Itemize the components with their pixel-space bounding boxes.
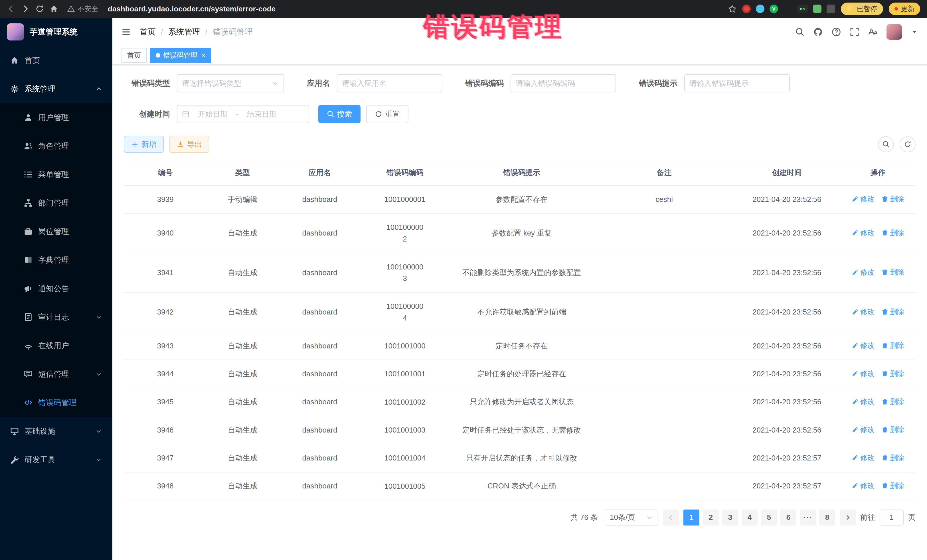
edit-link[interactable]: 修改 xyxy=(852,307,874,317)
delete-link[interactable]: 删除 xyxy=(881,453,904,463)
page-button-4[interactable]: 4 xyxy=(742,510,758,525)
browser-back-icon[interactable] xyxy=(7,5,15,13)
sidebar-item-audit-log[interactable]: 审计日志 xyxy=(0,303,112,331)
github-icon[interactable] xyxy=(813,27,823,36)
delete-link[interactable]: 删除 xyxy=(881,307,904,317)
sidebar-item-system[interactable]: 系统管理 xyxy=(0,75,112,103)
sidebar-item-notice[interactable]: 通知公告 xyxy=(0,274,112,303)
breadcrumb-item-system[interactable]: 系统管理 xyxy=(168,27,200,37)
toggle-search-button[interactable] xyxy=(878,136,894,152)
edit-icon xyxy=(852,308,859,316)
page-size-select[interactable]: 10条/页 xyxy=(605,510,658,525)
error-code-field[interactable] xyxy=(511,74,616,93)
export-button[interactable]: 导出 xyxy=(169,136,209,153)
fullscreen-icon[interactable] xyxy=(850,27,859,36)
address-bar[interactable]: 不安全 dashboard.yudao.iocoder.cn/system/er… xyxy=(64,4,722,14)
next-page-button[interactable] xyxy=(840,510,856,525)
delete-link[interactable]: 删除 xyxy=(881,194,904,203)
cell-type: 自动生成 xyxy=(207,388,278,416)
sidebar-item-dept[interactable]: 部门管理 xyxy=(0,189,112,217)
close-icon[interactable]: × xyxy=(201,52,205,59)
sidebar-item-infra[interactable]: 基础设施 xyxy=(0,417,112,445)
delete-link[interactable]: 删除 xyxy=(881,397,904,406)
extension-icon-record[interactable] xyxy=(742,5,751,13)
sidebar-item-user[interactable]: 用户管理 xyxy=(0,103,112,132)
sidebar-toggle-icon[interactable] xyxy=(122,27,131,36)
security-label: 不安全 xyxy=(78,4,98,14)
error-type-input[interactable] xyxy=(182,79,268,88)
sidebar-item-menu[interactable]: 菜单管理 xyxy=(0,160,112,189)
sidebar-item-dev-tools[interactable]: 研发工具 xyxy=(0,445,112,474)
breadcrumb-item-home[interactable]: 首页 xyxy=(140,27,156,37)
tab-error-code[interactable]: 错误码管理 × xyxy=(150,48,211,63)
app-logo[interactable]: 芋道管理系统 xyxy=(0,18,112,46)
extension-icon-switch[interactable]: on xyxy=(797,5,808,13)
extension-icon-drop[interactable] xyxy=(756,5,764,13)
error-type-select[interactable] xyxy=(177,74,284,93)
trash-icon xyxy=(881,269,888,276)
extension-icon-leaf[interactable] xyxy=(813,5,821,13)
user-avatar[interactable] xyxy=(886,24,902,39)
page-button-8[interactable]: 8 xyxy=(819,510,835,525)
pages-ellipsis[interactable]: ··· xyxy=(800,510,816,525)
delete-link[interactable]: 删除 xyxy=(881,481,904,490)
header-search-icon[interactable] xyxy=(795,27,804,36)
start-date-input[interactable] xyxy=(193,110,233,118)
sidebar-item-sms[interactable]: 短信管理 xyxy=(0,360,112,389)
delete-link[interactable]: 删除 xyxy=(881,267,904,277)
extension-icon-v[interactable]: V xyxy=(769,5,778,13)
page-button-2[interactable]: 2 xyxy=(703,510,719,525)
page-button-5[interactable]: 5 xyxy=(761,510,777,525)
edit-link[interactable]: 修改 xyxy=(852,267,874,277)
error-msg-field[interactable] xyxy=(684,74,790,93)
browser-reload-icon[interactable] xyxy=(35,5,44,13)
edit-link[interactable]: 修改 xyxy=(852,228,874,238)
sidebar-item-dict[interactable]: 字典管理 xyxy=(0,246,112,274)
delete-link[interactable]: 删除 xyxy=(881,228,904,238)
tools-icon xyxy=(10,455,19,464)
browser-forward-icon[interactable] xyxy=(21,5,30,13)
security-indicator[interactable]: 不安全 xyxy=(67,4,98,14)
sidebar-item-online-user[interactable]: 在线用户 xyxy=(0,331,112,360)
sidebar-item-error-code[interactable]: 错误码管理 xyxy=(0,389,112,417)
prev-page-button[interactable] xyxy=(663,510,679,525)
edit-link[interactable]: 修改 xyxy=(852,481,874,490)
end-date-input[interactable] xyxy=(242,110,282,118)
help-icon[interactable] xyxy=(832,27,841,36)
extensions-puzzle-icon[interactable] xyxy=(827,5,835,13)
sidebar-item-role[interactable]: 角色管理 xyxy=(0,132,112,160)
app-name-input[interactable] xyxy=(342,79,437,88)
error-msg-input[interactable] xyxy=(689,79,785,88)
browser-home-icon[interactable] xyxy=(50,5,58,13)
extension-icon-grid[interactable] xyxy=(783,5,792,13)
edit-link[interactable]: 修改 xyxy=(852,341,874,350)
page-button-3[interactable]: 3 xyxy=(722,510,738,525)
font-size-icon[interactable] xyxy=(868,27,877,36)
page-button-1[interactable]: 1 xyxy=(684,510,699,525)
sidebar-item-home[interactable]: 首页 xyxy=(0,46,112,75)
app-name-field[interactable] xyxy=(337,74,442,93)
edit-link[interactable]: 修改 xyxy=(852,194,874,203)
goto-page-input[interactable] xyxy=(880,510,904,525)
add-button[interactable]: 新增 xyxy=(124,136,164,153)
delete-link[interactable]: 删除 xyxy=(881,341,904,350)
edit-link[interactable]: 修改 xyxy=(852,453,874,463)
refresh-table-button[interactable] xyxy=(900,136,916,152)
edit-link[interactable]: 修改 xyxy=(852,369,874,378)
sidebar-item-post[interactable]: 岗位管理 xyxy=(0,217,112,246)
cell-app: dashboard xyxy=(278,213,361,253)
page-button-6[interactable]: 6 xyxy=(780,510,796,525)
search-button[interactable]: 搜索 xyxy=(318,105,360,123)
paused-badge[interactable]: 已暂停 xyxy=(841,3,883,15)
delete-link[interactable]: 删除 xyxy=(881,369,904,378)
error-code-input[interactable] xyxy=(516,79,611,88)
edit-link[interactable]: 修改 xyxy=(852,425,874,434)
avatar-caret-icon[interactable] xyxy=(911,29,918,35)
bookmark-star-icon[interactable] xyxy=(728,5,737,13)
update-button[interactable]: 更新 xyxy=(889,3,920,15)
reset-button[interactable]: 重置 xyxy=(366,105,409,123)
edit-link[interactable]: 修改 xyxy=(852,397,874,406)
tab-home[interactable]: 首页 xyxy=(122,48,147,63)
delete-link[interactable]: 删除 xyxy=(881,425,904,434)
date-range-picker[interactable]: - xyxy=(177,105,309,123)
